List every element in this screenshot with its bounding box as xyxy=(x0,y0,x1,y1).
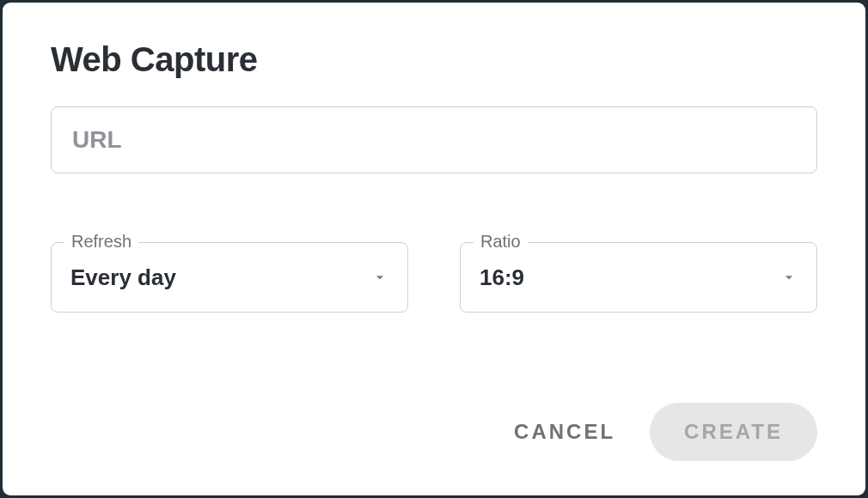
dialog-actions: CANCEL CREATE xyxy=(51,403,817,461)
url-input[interactable] xyxy=(51,106,817,173)
refresh-field: Refresh Every day xyxy=(51,242,408,313)
ratio-label: Ratio xyxy=(474,232,528,252)
ratio-select[interactable]: 16:9 xyxy=(460,242,817,313)
url-field xyxy=(51,106,817,173)
refresh-select[interactable]: Every day xyxy=(51,242,408,313)
options-row: Refresh Every day Ratio 16:9 xyxy=(51,242,817,313)
create-button[interactable]: CREATE xyxy=(650,403,817,461)
cancel-button[interactable]: CANCEL xyxy=(504,404,626,459)
web-capture-dialog: Web Capture Refresh Every day Ratio 16:9 xyxy=(0,0,868,498)
refresh-label: Refresh xyxy=(64,232,138,252)
dialog-title: Web Capture xyxy=(51,40,817,79)
caret-down-icon xyxy=(780,269,798,286)
refresh-value: Every day xyxy=(70,264,176,291)
caret-down-icon xyxy=(371,269,388,286)
ratio-value: 16:9 xyxy=(480,264,524,291)
ratio-field: Ratio 16:9 xyxy=(460,242,817,313)
